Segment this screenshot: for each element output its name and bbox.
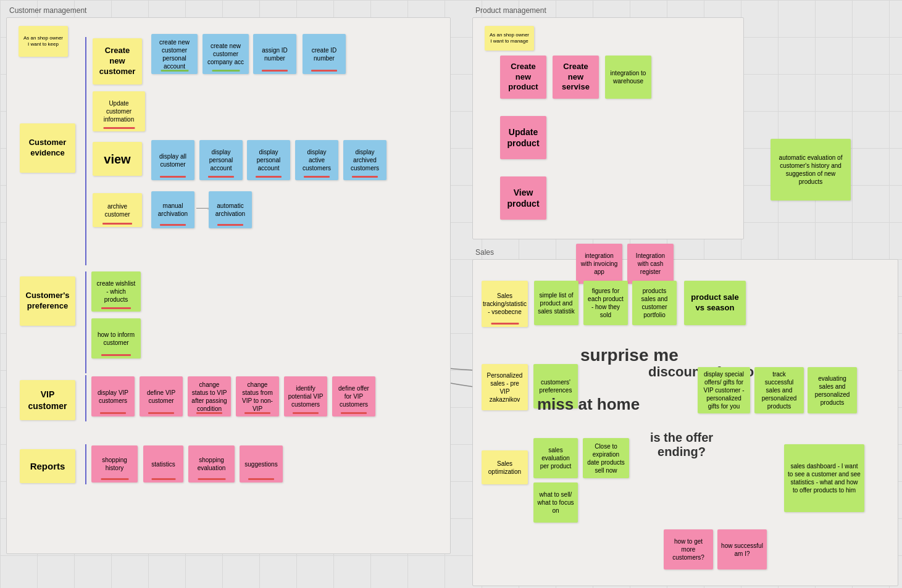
bar-create-company [212, 70, 240, 72]
how-successful[interactable]: how successful am I? [717, 529, 767, 569]
bar-display-active [304, 176, 330, 178]
how-to-get-customers[interactable]: how to get more customers? [664, 529, 713, 569]
display-special[interactable]: display special offers/ gifts for VIP cu… [698, 367, 750, 413]
integration-cash[interactable]: Integration with cash register [627, 244, 674, 284]
track-successful[interactable]: track successful sales and personalized … [754, 367, 804, 413]
personalized-sales[interactable]: Personalized sales - pre VIP zakaznikov [482, 364, 528, 410]
bar-display-all [160, 176, 186, 178]
surprise-me: surprise me [580, 346, 679, 365]
bar-wishlist [101, 307, 131, 309]
bar-display-archived [352, 176, 378, 178]
bar-change-to-vip [196, 412, 222, 414]
update-product[interactable]: Update product [500, 116, 546, 159]
bar-change-from-vip [244, 412, 270, 414]
bar-shopping-history [101, 478, 128, 480]
display-all-customer[interactable]: display all customer [151, 140, 194, 180]
how-to-inform[interactable]: how to inform customer [91, 318, 141, 358]
bar-display-vip [100, 412, 126, 414]
bar-display-personal1 [208, 176, 234, 178]
bar-update-customer [103, 127, 135, 129]
create-company-account[interactable]: create new customer company acc [203, 34, 249, 74]
define-vip[interactable]: define VIP customer [140, 376, 183, 416]
bar-statistics [151, 478, 175, 480]
miss-at-home: miss at home [537, 395, 640, 414]
customer-management-label: Customer management [9, 6, 86, 15]
suggestions-sticky[interactable]: suggestions [240, 445, 283, 482]
bar-assign-id [262, 70, 288, 72]
bar-suggestions [248, 478, 274, 480]
display-vip[interactable]: display VIP customers [91, 376, 135, 416]
bar-create-personal [161, 70, 188, 72]
create-new-product[interactable]: Create new product [500, 56, 546, 99]
bar-archive-customer [102, 223, 132, 225]
sales-evaluation-product[interactable]: sales evaluation per product [533, 438, 578, 478]
product-sale-season[interactable]: product sale vs season [684, 281, 746, 325]
display-personal-2[interactable]: display personal account [247, 140, 290, 180]
create-wishlist[interactable]: create wishlist - which products [91, 271, 141, 312]
bar-inform [101, 354, 131, 356]
owner-note-2[interactable]: As an shop owner I want to manage [485, 26, 534, 51]
view-product[interactable]: View product [500, 176, 546, 220]
bar-define-vip [148, 412, 174, 414]
bar-identify-vip [293, 412, 319, 414]
customer-evidence-sticky[interactable]: Customer evidence [20, 123, 75, 173]
simple-list[interactable]: simple list of product and sales statist… [534, 281, 578, 325]
integration-warehouse[interactable]: integration to warehouse [605, 56, 651, 99]
reports-sticky[interactable]: Reports [20, 449, 75, 483]
create-new-service[interactable]: Create new servise [553, 56, 599, 99]
is-offer-ending: is the offer ending? [645, 431, 719, 459]
evaluating-sales[interactable]: evaluating sales and personalized produc… [808, 367, 857, 413]
display-personal-1[interactable]: display personal account [199, 140, 243, 180]
sales-tracking[interactable]: Sales tracking/statistic - vseobecne [482, 281, 528, 327]
sales-optimization[interactable]: Sales optimization [482, 450, 528, 484]
preference-vertical-line [85, 271, 86, 373]
bar-display-personal2 [256, 176, 282, 178]
bar-auto-arch [217, 224, 243, 226]
identify-potential-vip[interactable]: identify potential VIP customers [284, 376, 327, 416]
evidence-vertical-line [85, 37, 86, 265]
what-to-sell[interactable]: what to sell/ what to focus on [533, 482, 578, 523]
bar-sales-tracking [491, 323, 519, 325]
manual-archivation[interactable]: manual archivation [151, 191, 194, 228]
assign-id-number[interactable]: assign ID number [253, 34, 296, 74]
automatic-archivation[interactable]: automatic archivation [209, 191, 252, 228]
vip-customer-sticky[interactable]: VIP customer [20, 380, 75, 420]
products-sales[interactable]: products sales and customer portfolio [632, 281, 677, 325]
close-to-expiration[interactable]: Close to expiration date products sell n… [583, 438, 629, 478]
define-offer-vip[interactable]: define offer for VIP customers [332, 376, 375, 416]
bar-define-offer-vip [341, 412, 367, 414]
bar-create-id [311, 70, 337, 72]
create-new-customer[interactable]: Create new customer [93, 38, 142, 85]
canvas: Customer management As an shop owner I w… [0, 0, 902, 588]
create-personal-account[interactable]: create new customer personal account [151, 34, 198, 74]
customers-preference-sticky[interactable]: Customer's preference [20, 276, 75, 326]
reports-vertical-line [85, 444, 86, 484]
update-customer[interactable]: Update customer information [93, 91, 145, 131]
figures-product[interactable]: figures for each product - how they sold [583, 281, 628, 325]
integration-invoicing[interactable]: integration with invoicing app [576, 244, 622, 284]
shopping-history[interactable]: shopping history [91, 445, 138, 482]
sales-dashboard[interactable]: sales dashboard - I want to see a custom… [784, 444, 864, 512]
display-active[interactable]: display active customers [295, 140, 338, 180]
shopping-evaluation[interactable]: shopping evaluation [188, 445, 235, 482]
view-sticky[interactable]: view [93, 142, 142, 176]
auto-evaluation[interactable]: automatic evaluation of customer's histo… [770, 139, 851, 201]
archive-customer[interactable]: archive customer [93, 193, 142, 227]
display-archived[interactable]: display archived customers [343, 140, 386, 180]
vip-vertical-line [85, 375, 86, 421]
bar-shopping-eval [198, 478, 225, 480]
create-id-number[interactable]: create ID number [303, 34, 346, 74]
bar-manual-arch [160, 224, 186, 226]
statistics-sticky[interactable]: statistics [143, 445, 183, 482]
sales-label: Sales [475, 248, 494, 257]
owner-note-1[interactable]: As an shop owner I want to keep [19, 26, 68, 57]
change-status-to-vip[interactable]: change status to VIP after passing condi… [188, 376, 231, 416]
change-status-from-vip[interactable]: change status from VIP to non-VIP [236, 376, 279, 416]
product-management-label: Product management [475, 6, 546, 15]
